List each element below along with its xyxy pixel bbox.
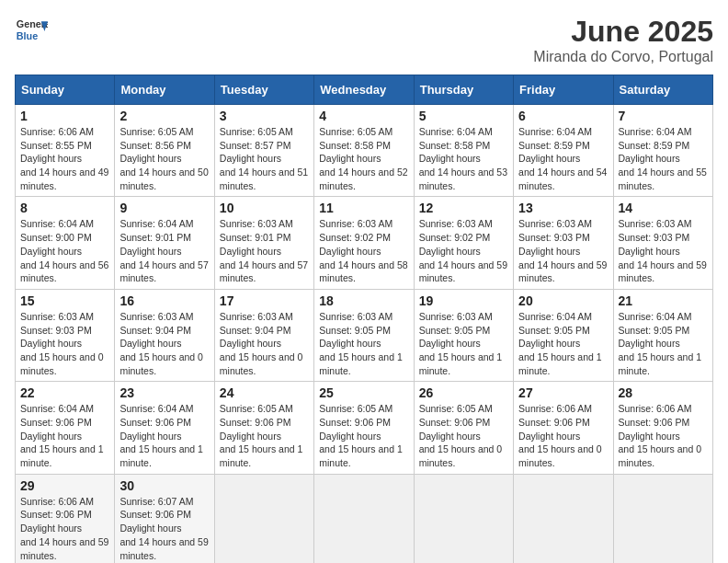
calendar-header: SundayMondayTuesdayWednesdayThursdayFrid…: [16, 75, 713, 105]
calendar-cell: [214, 474, 313, 563]
day-number: 6: [518, 109, 608, 123]
day-number: 30: [119, 478, 209, 493]
day-info: Sunrise: 6:06 AMSunset: 9:06 PMDaylight …: [20, 495, 109, 562]
day-number: 14: [619, 201, 708, 215]
calendar-cell: 19Sunrise: 6:03 AMSunset: 9:05 PMDayligh…: [414, 289, 513, 381]
day-number: 12: [419, 201, 508, 215]
calendar-cell: 11Sunrise: 6:03 AMSunset: 9:02 PMDayligh…: [314, 197, 414, 289]
day-info: Sunrise: 6:04 AMSunset: 9:01 PMDaylight …: [119, 217, 209, 284]
day-number: 11: [319, 201, 408, 215]
day-info: Sunrise: 6:04 AMSunset: 9:00 PMDaylight …: [20, 217, 109, 284]
calendar-cell: 26Sunrise: 6:05 AMSunset: 9:06 PMDayligh…: [414, 382, 513, 474]
calendar-cell: 12Sunrise: 6:03 AMSunset: 9:02 PMDayligh…: [414, 197, 513, 289]
day-number: 3: [220, 109, 309, 123]
day-info: Sunrise: 6:04 AMSunset: 9:05 PMDaylight …: [619, 310, 708, 377]
calendar-cell: 24Sunrise: 6:05 AMSunset: 9:06 PMDayligh…: [214, 382, 313, 474]
calendar-cell: [414, 474, 513, 563]
weekday-header: Wednesday: [314, 75, 414, 105]
day-number: 26: [419, 385, 508, 400]
calendar-cell: 6Sunrise: 6:04 AMSunset: 8:59 PMDaylight…: [514, 105, 613, 197]
day-number: 15: [20, 293, 109, 308]
day-number: 13: [518, 201, 608, 215]
weekday-header: Saturday: [613, 75, 712, 105]
calendar-cell: 10Sunrise: 6:03 AMSunset: 9:01 PMDayligh…: [214, 197, 313, 289]
calendar-week-row: 29Sunrise: 6:06 AMSunset: 9:06 PMDayligh…: [16, 474, 713, 563]
day-info: Sunrise: 6:03 AMSunset: 9:04 PMDaylight …: [220, 310, 309, 377]
calendar-cell: [314, 474, 414, 563]
day-info: Sunrise: 6:03 AMSunset: 9:04 PMDaylight …: [119, 310, 209, 377]
calendar-cell: 5Sunrise: 6:04 AMSunset: 8:58 PMDaylight…: [414, 105, 513, 197]
calendar-cell: 30Sunrise: 6:07 AMSunset: 9:06 PMDayligh…: [115, 474, 214, 563]
day-number: 23: [119, 385, 209, 400]
day-info: Sunrise: 6:03 AMSunset: 9:03 PMDaylight …: [619, 217, 708, 284]
day-number: 5: [419, 109, 508, 123]
calendar-cell: 7Sunrise: 6:04 AMSunset: 8:59 PMDaylight…: [613, 105, 712, 197]
day-info: Sunrise: 6:04 AMSunset: 8:59 PMDaylight …: [518, 125, 608, 192]
day-info: Sunrise: 6:07 AMSunset: 9:06 PMDaylight …: [119, 495, 209, 562]
logo: General Blue: [15, 15, 48, 48]
day-info: Sunrise: 6:03 AMSunset: 9:02 PMDaylight …: [319, 217, 408, 284]
day-info: Sunrise: 6:06 AMSunset: 8:55 PMDaylight …: [20, 125, 109, 192]
day-info: Sunrise: 6:06 AMSunset: 9:06 PMDaylight …: [619, 402, 708, 469]
calendar-cell: 13Sunrise: 6:03 AMSunset: 9:03 PMDayligh…: [514, 197, 613, 289]
calendar-cell: 14Sunrise: 6:03 AMSunset: 9:03 PMDayligh…: [613, 197, 712, 289]
day-info: Sunrise: 6:03 AMSunset: 9:02 PMDaylight …: [419, 217, 508, 284]
day-number: 21: [619, 293, 708, 308]
day-number: 17: [220, 293, 309, 308]
calendar-week-row: 15Sunrise: 6:03 AMSunset: 9:03 PMDayligh…: [16, 289, 713, 381]
weekday-header: Thursday: [414, 75, 513, 105]
weekday-header: Sunday: [16, 75, 115, 105]
calendar-table: SundayMondayTuesdayWednesdayThursdayFrid…: [15, 75, 713, 563]
day-number: 16: [119, 293, 209, 308]
day-number: 22: [20, 385, 109, 400]
weekday-header: Tuesday: [214, 75, 313, 105]
calendar-cell: 2Sunrise: 6:05 AMSunset: 8:56 PMDaylight…: [115, 105, 214, 197]
day-info: Sunrise: 6:03 AMSunset: 9:03 PMDaylight …: [518, 217, 608, 284]
day-number: 18: [319, 293, 408, 308]
day-info: Sunrise: 6:03 AMSunset: 9:03 PMDaylight …: [20, 310, 109, 377]
calendar-cell: [613, 474, 712, 563]
weekday-row: SundayMondayTuesdayWednesdayThursdayFrid…: [16, 75, 713, 105]
calendar-week-row: 22Sunrise: 6:04 AMSunset: 9:06 PMDayligh…: [16, 382, 713, 474]
calendar-cell: 28Sunrise: 6:06 AMSunset: 9:06 PMDayligh…: [613, 382, 712, 474]
weekday-header: Friday: [514, 75, 613, 105]
day-info: Sunrise: 6:04 AMSunset: 9:06 PMDaylight …: [20, 402, 109, 469]
calendar-cell: 16Sunrise: 6:03 AMSunset: 9:04 PMDayligh…: [115, 289, 214, 381]
day-number: 4: [319, 109, 408, 123]
calendar-cell: 20Sunrise: 6:04 AMSunset: 9:05 PMDayligh…: [514, 289, 613, 381]
day-number: 8: [20, 201, 109, 215]
calendar-cell: 9Sunrise: 6:04 AMSunset: 9:01 PMDaylight…: [115, 197, 214, 289]
month-title: June 2025: [533, 15, 713, 49]
day-number: 27: [518, 385, 608, 400]
calendar-cell: 3Sunrise: 6:05 AMSunset: 8:57 PMDaylight…: [214, 105, 313, 197]
day-number: 1: [20, 109, 109, 123]
title-area: June 2025 Miranda do Corvo, Portugal: [533, 15, 713, 65]
calendar-cell: 18Sunrise: 6:03 AMSunset: 9:05 PMDayligh…: [314, 289, 414, 381]
day-info: Sunrise: 6:05 AMSunset: 9:06 PMDaylight …: [220, 402, 309, 469]
logo-icon: General Blue: [15, 15, 48, 48]
calendar-cell: 25Sunrise: 6:05 AMSunset: 9:06 PMDayligh…: [314, 382, 414, 474]
day-info: Sunrise: 6:03 AMSunset: 9:05 PMDaylight …: [319, 310, 408, 377]
calendar-cell: 1Sunrise: 6:06 AMSunset: 8:55 PMDaylight…: [16, 105, 115, 197]
calendar-cell: 22Sunrise: 6:04 AMSunset: 9:06 PMDayligh…: [16, 382, 115, 474]
day-number: 20: [518, 293, 608, 308]
calendar-body: 1Sunrise: 6:06 AMSunset: 8:55 PMDaylight…: [16, 105, 713, 564]
day-info: Sunrise: 6:05 AMSunset: 9:06 PMDaylight …: [319, 402, 408, 469]
calendar-week-row: 1Sunrise: 6:06 AMSunset: 8:55 PMDaylight…: [16, 105, 713, 197]
calendar-cell: 21Sunrise: 6:04 AMSunset: 9:05 PMDayligh…: [613, 289, 712, 381]
day-info: Sunrise: 6:04 AMSunset: 8:59 PMDaylight …: [619, 125, 708, 192]
day-number: 19: [419, 293, 508, 308]
day-number: 29: [20, 478, 109, 493]
day-info: Sunrise: 6:04 AMSunset: 8:58 PMDaylight …: [419, 125, 508, 192]
calendar-week-row: 8Sunrise: 6:04 AMSunset: 9:00 PMDaylight…: [16, 197, 713, 289]
day-info: Sunrise: 6:04 AMSunset: 9:06 PMDaylight …: [119, 402, 209, 469]
day-info: Sunrise: 6:05 AMSunset: 9:06 PMDaylight …: [419, 402, 508, 469]
calendar-cell: 4Sunrise: 6:05 AMSunset: 8:58 PMDaylight…: [314, 105, 414, 197]
calendar-cell: 15Sunrise: 6:03 AMSunset: 9:03 PMDayligh…: [16, 289, 115, 381]
svg-text:Blue: Blue: [17, 30, 38, 41]
calendar-cell: 8Sunrise: 6:04 AMSunset: 9:00 PMDaylight…: [16, 197, 115, 289]
day-number: 2: [119, 109, 209, 123]
location-title: Miranda do Corvo, Portugal: [533, 49, 713, 65]
day-number: 9: [119, 201, 209, 215]
day-number: 7: [619, 109, 708, 123]
